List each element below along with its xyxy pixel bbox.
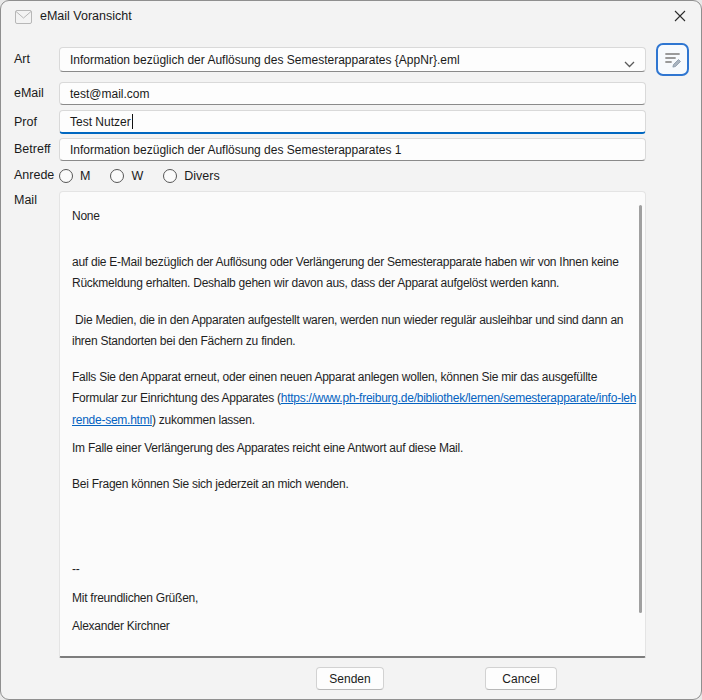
mail-body[interactable]: Noneauf die E-Mail bezüglich der Auflösu… bbox=[59, 191, 646, 658]
mail-link[interactable]: https://www.ph-freiburg.de/bibliothek/le… bbox=[72, 391, 636, 427]
send-button[interactable]: Senden bbox=[316, 667, 384, 690]
prof-input[interactable]: Test Nutzer bbox=[59, 110, 646, 134]
mail-paragraph: Bei Fragen können Sie sich jederzeit an … bbox=[72, 474, 639, 496]
radio-divers[interactable] bbox=[163, 169, 177, 183]
cancel-button[interactable]: Cancel bbox=[485, 667, 557, 690]
email-label: eMail bbox=[14, 86, 44, 100]
radio-w-label: W bbox=[131, 169, 143, 183]
envelope-icon bbox=[15, 10, 32, 24]
text-caret bbox=[132, 114, 133, 129]
dropdown-selected-value: Information bezüglich der Auflösung des … bbox=[70, 53, 460, 67]
mail-paragraph: Die Medien, die in den Apparaten aufgest… bbox=[72, 310, 639, 353]
mail-paragraph: Falls Sie den Apparat erneut, oder einen… bbox=[72, 367, 639, 432]
email-value: test@mail.com bbox=[70, 87, 150, 101]
mail-paragraph: Im Falle einer Verlängerung des Apparate… bbox=[72, 438, 639, 460]
prof-label: Prof bbox=[14, 115, 37, 129]
template-dropdown[interactable]: Information bezüglich der Auflösung des … bbox=[59, 47, 646, 72]
betreff-label: Betreff bbox=[14, 142, 51, 156]
art-label: Art bbox=[14, 52, 30, 66]
mail-paragraph: None bbox=[72, 206, 639, 228]
betreff-input[interactable]: Information bezüglich der Auflösung des … bbox=[59, 138, 646, 161]
chevron-down-icon bbox=[624, 57, 635, 71]
close-button[interactable] bbox=[665, 4, 695, 30]
edit-template-button[interactable] bbox=[656, 43, 689, 76]
edit-note-icon bbox=[662, 48, 683, 72]
scrollbar-thumb[interactable] bbox=[639, 205, 642, 613]
mail-paragraph: -- bbox=[72, 559, 639, 581]
email-input[interactable]: test@mail.com bbox=[59, 82, 646, 105]
mail-paragraph: auf die E-Mail bezüglich der Auflösung o… bbox=[72, 252, 639, 295]
email-preview-dialog: eMail Voransicht Art Information bezügli… bbox=[0, 0, 702, 700]
prof-value: Test Nutzer bbox=[70, 115, 131, 129]
radio-w[interactable] bbox=[110, 169, 124, 183]
radio-m[interactable] bbox=[59, 169, 73, 183]
mail-label: Mail bbox=[14, 193, 37, 207]
close-icon bbox=[673, 9, 687, 26]
anrede-label: Anrede bbox=[14, 168, 54, 182]
mail-paragraph: Mit freundlichen Grüßen, bbox=[72, 588, 639, 610]
anrede-radio-group: M W Divers bbox=[59, 167, 220, 185]
mail-paragraph: Alexander Kirchner bbox=[72, 616, 639, 638]
radio-m-label: M bbox=[80, 169, 90, 183]
betreff-value: Information bezüglich der Auflösung des … bbox=[70, 143, 402, 157]
window-title: eMail Voransicht bbox=[40, 9, 132, 23]
radio-divers-label: Divers bbox=[184, 169, 219, 183]
titlebar: eMail Voransicht bbox=[1, 1, 701, 33]
